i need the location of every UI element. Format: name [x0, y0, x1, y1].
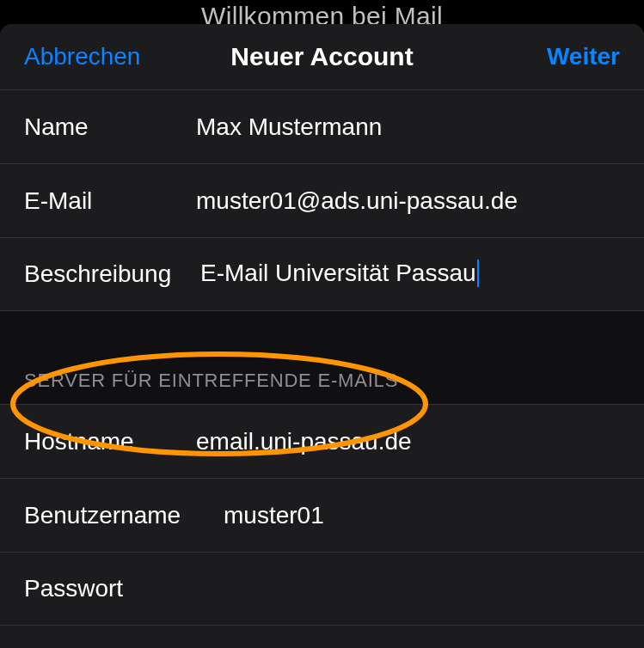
name-row[interactable]: Name Max Mustermann — [0, 89, 644, 163]
username-label: Benutzername — [24, 502, 224, 529]
section-gap — [0, 311, 644, 361]
text-cursor — [477, 260, 479, 287]
description-label: Beschreibung — [24, 260, 200, 288]
password-row[interactable]: Passwort — [0, 552, 644, 626]
description-field[interactable]: E-Mail Universität Passau — [200, 260, 620, 289]
modal-sheet: Abbrechen Neuer Account Weiter Name Max … — [0, 24, 644, 648]
hostname-row[interactable]: Hostname email.uni-passau.de — [0, 404, 644, 478]
email-field[interactable]: muster01@ads.uni-passau.de — [196, 187, 620, 215]
cancel-button[interactable]: Abbrechen — [24, 43, 153, 70]
incoming-server-group: Hostname email.uni-passau.de Benutzernam… — [0, 404, 644, 626]
navbar-title: Neuer Account — [153, 42, 491, 71]
name-field[interactable]: Max Mustermann — [196, 113, 620, 141]
description-value-text: E-Mail Universität Passau — [200, 260, 476, 286]
email-label: E-Mail — [24, 187, 196, 215]
navbar: Abbrechen Neuer Account Weiter — [0, 24, 644, 89]
hostname-label: Hostname — [24, 428, 196, 455]
description-row[interactable]: Beschreibung E-Mail Universität Passau — [0, 237, 644, 311]
next-button[interactable]: Weiter — [491, 43, 620, 70]
hostname-field[interactable]: email.uni-passau.de — [196, 428, 620, 455]
username-field[interactable]: muster01 — [224, 502, 620, 529]
account-info-group: Name Max Mustermann E-Mail muster01@ads.… — [0, 89, 644, 311]
password-label: Passwort — [24, 575, 196, 602]
name-label: Name — [24, 113, 196, 141]
incoming-server-header: SERVER FÜR EINTREFFENDE E-MAILS — [0, 361, 644, 404]
username-row[interactable]: Benutzername muster01 — [0, 478, 644, 552]
email-row[interactable]: E-Mail muster01@ads.uni-passau.de — [0, 163, 644, 237]
